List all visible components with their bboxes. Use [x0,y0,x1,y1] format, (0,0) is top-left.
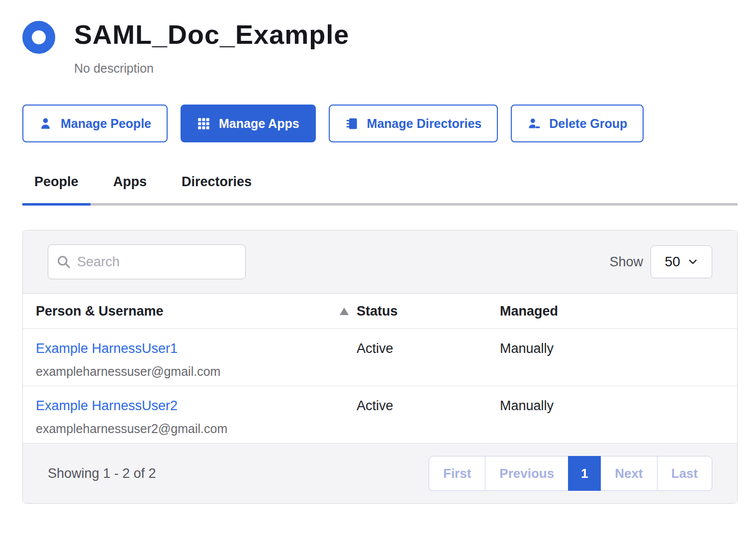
table-footer: Showing 1 - 2 of 2 First Previous 1 Next… [23,444,737,503]
search-wrap [48,244,246,279]
tab-bar: People Apps Directories [22,174,738,206]
manage-apps-button[interactable]: Manage Apps [181,105,316,142]
person-link[interactable]: Example HarnessUser2 [36,398,178,413]
pagination-last-button[interactable]: Last [657,456,712,491]
column-header-managed[interactable]: Managed [500,304,737,319]
manage-directories-label: Manage Directories [367,116,482,131]
action-buttons: Manage People Manage Apps Manage Directo… [22,105,738,142]
apps-grid-icon [197,117,210,130]
pagination-next-button[interactable]: Next [600,456,657,491]
manage-apps-label: Manage Apps [219,116,299,131]
person-cell: Example HarnessUser2 exampleharnessuser2… [36,398,357,436]
search-icon [56,254,71,269]
tab-people[interactable]: People [22,174,91,203]
status-cell: Active [357,341,500,356]
pagination: First Previous 1 Next Last [429,456,712,491]
person-cell: Example HarnessUser1 exampleharnessuser@… [36,341,357,379]
managed-cell: Manually [500,341,737,356]
delete-group-label: Delete Group [549,116,627,131]
column-header-person[interactable]: Person & Username [36,304,357,319]
show-group: Show 50 [609,245,712,278]
tab-directories[interactable]: Directories [170,174,264,203]
page-title: SAML_Doc_Example [74,20,349,49]
status-cell: Active [357,398,500,414]
table-header-row: Person & Username Status Managed [23,293,737,329]
column-header-status[interactable]: Status [357,304,500,319]
person-email: exampleharnessuser2@gmail.com [36,422,357,436]
pagination-first-button[interactable]: First [429,456,485,491]
pagination-page-1-button[interactable]: 1 [568,456,601,491]
delete-group-button[interactable]: Delete Group [511,105,644,142]
table-toolbar: Show 50 [23,230,737,293]
managed-cell: Manually [500,398,737,414]
group-ring-icon [22,21,55,54]
chevron-down-icon [687,256,698,267]
column-header-person-label: Person & Username [36,304,164,319]
page-header: SAML_Doc_Example No description [22,20,738,76]
page-size-select[interactable]: 50 [651,245,712,278]
group-description: No description [74,61,349,76]
person-email: exampleharnessuser@gmail.com [36,364,357,379]
person-remove-icon [527,117,541,130]
table-row: Example HarnessUser1 exampleharnessuser@… [23,329,737,386]
people-panel: Show 50 Person & Username Status Managed… [22,230,738,504]
table-row: Example HarnessUser2 exampleharnessuser2… [23,386,737,444]
search-input[interactable] [48,244,246,279]
directory-book-icon [345,117,359,130]
pagination-previous-button[interactable]: Previous [485,456,568,491]
manage-directories-button[interactable]: Manage Directories [329,105,498,142]
manage-people-button[interactable]: Manage People [22,105,168,142]
person-link[interactable]: Example HarnessUser1 [36,341,178,356]
page-size-value: 50 [664,254,680,270]
header-text: SAML_Doc_Example No description [74,20,349,76]
manage-people-label: Manage People [61,116,151,131]
tab-apps[interactable]: Apps [101,174,159,203]
group-detail-page: SAML_Doc_Example No description Manage P… [0,0,756,504]
show-label: Show [609,254,643,270]
showing-count: Showing 1 - 2 of 2 [48,466,156,481]
person-icon [39,117,52,130]
sort-asc-icon [340,308,349,315]
